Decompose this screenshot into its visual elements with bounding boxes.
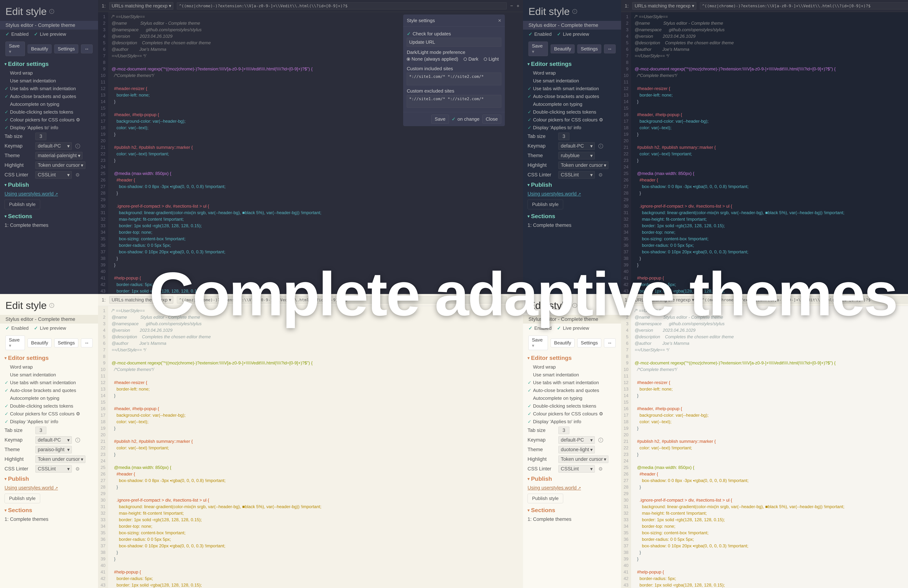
editor-option[interactable]: Double-clicking selects tokens bbox=[523, 108, 621, 116]
linter-select[interactable]: CSSLint bbox=[559, 465, 595, 472]
info-icon[interactable]: i bbox=[76, 144, 80, 148]
editor-option[interactable]: Use tabs with smart indentation bbox=[523, 85, 621, 93]
on-change-checkbox[interactable]: on change bbox=[452, 116, 480, 122]
editor-option[interactable]: Auto-close brackets and quotes bbox=[0, 387, 98, 394]
save-button[interactable]: Save bbox=[528, 336, 548, 350]
editor-option[interactable]: Double-clicking selects tokens bbox=[0, 108, 98, 116]
settings-button[interactable]: Settings bbox=[577, 339, 601, 347]
code-lines[interactable]: /* ==UserStyle== @name Stylus editor - C… bbox=[108, 306, 523, 588]
editor-option[interactable]: Double-clicking selects tokens bbox=[0, 402, 98, 410]
url-regexp-input[interactable]: ^((moz|chrome)-)?extension:\\V[a-z0-9-]+… bbox=[177, 2, 507, 10]
toggle-button[interactable]: ↔ bbox=[81, 45, 93, 53]
gear-icon[interactable]: ⚙ bbox=[76, 466, 80, 472]
editor-settings-header[interactable]: Editor settings bbox=[0, 353, 98, 363]
gear-icon[interactable]: ⚙ bbox=[76, 172, 80, 178]
update-url-input[interactable]: Update URL bbox=[407, 38, 501, 47]
editor-option[interactable]: Display 'Applies to' info bbox=[0, 124, 98, 132]
settings-button[interactable]: Settings bbox=[577, 45, 601, 53]
applies-to-type[interactable]: URLs matching the regexp bbox=[632, 2, 696, 10]
editor-option[interactable]: Use smart indentation bbox=[523, 77, 621, 85]
section-item[interactable]: 1: Complete themes bbox=[523, 516, 621, 523]
publish-header[interactable]: Publish bbox=[0, 474, 98, 484]
live-preview-checkbox[interactable]: Live preview bbox=[557, 31, 589, 37]
publish-style-button[interactable]: Publish style bbox=[5, 200, 40, 209]
editor-option[interactable]: Use smart indentation bbox=[523, 371, 621, 379]
add-applies-to-icon[interactable]: + bbox=[517, 3, 519, 9]
theme-select[interactable]: rubyblue bbox=[559, 152, 595, 159]
editor-option[interactable]: Display 'Applies to' info bbox=[523, 124, 621, 132]
beautify-button[interactable]: Beautify bbox=[551, 45, 575, 53]
info-icon[interactable]: i bbox=[598, 438, 603, 442]
close-icon[interactable]: × bbox=[498, 18, 501, 24]
userstyles-link[interactable]: Using userstyles.world bbox=[0, 484, 98, 492]
enabled-checkbox[interactable]: Enabled bbox=[5, 325, 29, 331]
theme-select[interactable]: paraiso-light bbox=[35, 446, 72, 453]
save-button[interactable]: Save bbox=[528, 42, 548, 56]
publish-style-button[interactable]: Publish style bbox=[5, 494, 40, 503]
publish-style-button[interactable]: Publish style bbox=[528, 494, 563, 503]
info-icon[interactable]: i bbox=[572, 9, 577, 14]
toggle-button[interactable]: ↔ bbox=[81, 339, 93, 347]
settings-button[interactable]: Settings bbox=[54, 339, 78, 347]
highlight-select[interactable]: Token under cursor bbox=[559, 456, 609, 463]
tab-size-input[interactable]: 3 bbox=[559, 427, 569, 434]
toggle-button[interactable]: ↔ bbox=[604, 45, 616, 53]
keymap-select[interactable]: default-PC bbox=[559, 436, 595, 444]
keymap-select[interactable]: default-PC bbox=[35, 142, 72, 150]
userstyles-link[interactable]: Using userstyles.world bbox=[523, 190, 621, 198]
tab-size-input[interactable]: 3 bbox=[35, 133, 46, 140]
section-item[interactable]: 1: Complete themes bbox=[0, 516, 98, 523]
sections-header[interactable]: Sections bbox=[523, 211, 621, 222]
editor-option[interactable]: Autocomplete on typing bbox=[523, 100, 621, 108]
save-button[interactable]: Save bbox=[5, 336, 25, 350]
editor-option[interactable]: Colour pickers for CSS colours ⚙ bbox=[523, 410, 621, 418]
editor-settings-header[interactable]: Editor settings bbox=[0, 59, 98, 69]
info-icon[interactable]: i bbox=[49, 9, 54, 14]
linter-select[interactable]: CSSLint bbox=[35, 465, 72, 472]
live-preview-checkbox[interactable]: Live preview bbox=[34, 31, 66, 37]
radio-none[interactable]: None (always applied) bbox=[407, 56, 458, 62]
highlight-select[interactable]: Token under cursor bbox=[559, 162, 609, 169]
editor-option[interactable]: Colour pickers for CSS colours ⚙ bbox=[0, 410, 98, 418]
enabled-checkbox[interactable]: Enabled bbox=[5, 31, 29, 37]
excluded-sites-textarea[interactable]: *://site1.com/* *://site2.com/* bbox=[407, 95, 501, 108]
editor-option[interactable]: Use smart indentation bbox=[0, 371, 98, 379]
settings-button[interactable]: Settings bbox=[54, 45, 78, 53]
editor-option[interactable]: Word wrap bbox=[523, 69, 621, 77]
editor-option[interactable]: Auto-close brackets and quotes bbox=[523, 93, 621, 100]
theme-select[interactable]: duotone-light bbox=[559, 446, 595, 453]
editor-option[interactable]: Double-clicking selects tokens bbox=[523, 402, 621, 410]
editor-option[interactable]: Word wrap bbox=[0, 69, 98, 77]
code-area[interactable]: 1234567891011121314151617181920212223242… bbox=[621, 306, 908, 588]
editor-option[interactable]: Use tabs with smart indentation bbox=[0, 85, 98, 93]
tab-size-input[interactable]: 3 bbox=[559, 133, 569, 140]
live-preview-checkbox[interactable]: Live preview bbox=[34, 325, 66, 331]
publish-header[interactable]: Publish bbox=[523, 474, 621, 484]
editor-option[interactable]: Display 'Applies to' info bbox=[523, 418, 621, 426]
code-lines[interactable]: /* ==UserStyle== @name Stylus editor - C… bbox=[631, 306, 908, 588]
editor-option[interactable]: Auto-close brackets and quotes bbox=[523, 387, 621, 394]
userstyles-link[interactable]: Using userstyles.world bbox=[523, 484, 621, 492]
editor-settings-header[interactable]: Editor settings bbox=[523, 353, 621, 363]
section-item[interactable]: 1: Complete themes bbox=[523, 222, 621, 229]
save-button[interactable]: Save bbox=[5, 42, 25, 56]
radio-dark[interactable]: Dark bbox=[464, 56, 478, 62]
beautify-button[interactable]: Beautify bbox=[551, 339, 575, 347]
editor-option[interactable]: Use tabs with smart indentation bbox=[523, 379, 621, 387]
editor-option[interactable]: Use tabs with smart indentation bbox=[0, 379, 98, 387]
beautify-button[interactable]: Beautify bbox=[27, 339, 52, 347]
code-area[interactable]: 1234567891011121314151617181920212223242… bbox=[621, 12, 908, 294]
sections-header[interactable]: Sections bbox=[523, 505, 621, 516]
remove-applies-to-icon[interactable]: − bbox=[510, 3, 513, 9]
publish-header[interactable]: Publish bbox=[523, 180, 621, 190]
enabled-checkbox[interactable]: Enabled bbox=[528, 31, 552, 37]
editor-option[interactable]: Use smart indentation bbox=[0, 77, 98, 85]
editor-option[interactable]: Autocomplete on typing bbox=[0, 100, 98, 108]
applies-to-type[interactable]: URLs matching the regexp bbox=[109, 2, 173, 10]
code-lines[interactable]: /* ==UserStyle== @name Stylus editor - C… bbox=[631, 12, 908, 294]
editor-option[interactable]: Word wrap bbox=[523, 363, 621, 371]
editor-option[interactable]: Autocomplete on typing bbox=[0, 394, 98, 402]
highlight-select[interactable]: Token under cursor bbox=[35, 162, 85, 169]
publish-header[interactable]: Publish bbox=[0, 180, 98, 190]
editor-option[interactable]: Auto-close brackets and quotes bbox=[0, 93, 98, 100]
